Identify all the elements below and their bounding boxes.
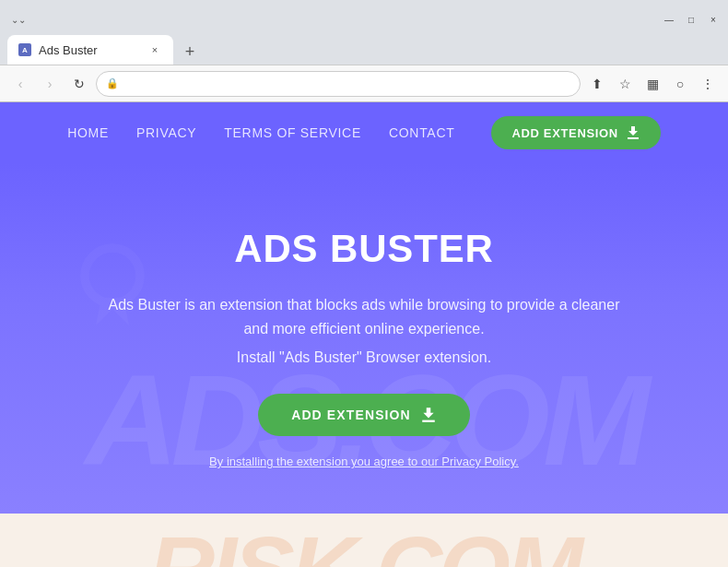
address-bar[interactable]: 🔒 (96, 71, 581, 97)
tab-favicon: A (18, 43, 31, 56)
expand-btn[interactable]: ⌄⌄ (7, 12, 29, 27)
add-extension-nav-label: ADD EXTENSION (511, 126, 617, 140)
privacy-policy-link[interactable]: By installing the extension you agree to… (209, 455, 519, 468)
nav-contact[interactable]: CONTACT (389, 125, 455, 140)
download-icon (626, 125, 640, 140)
svg-rect-2 (422, 420, 435, 422)
new-tab-button[interactable]: + (177, 39, 203, 65)
minimize-button[interactable]: — (662, 12, 676, 27)
tabs-row: A Ads Buster × + (0, 33, 728, 65)
active-tab[interactable]: A Ads Buster × (7, 35, 173, 65)
maximize-button[interactable]: □ (684, 12, 699, 27)
hero-install-text: Install "Ads Buster" Browser extension. (237, 349, 491, 366)
hero-description: Ads Buster is an extension that blocks a… (97, 293, 631, 340)
forward-button[interactable]: › (37, 71, 63, 97)
title-bar: ⌄⌄ — □ × (0, 0, 728, 33)
svg-rect-0 (628, 137, 639, 139)
tab-close-button[interactable]: × (147, 42, 162, 57)
hero-title: ADS BUSTER (234, 227, 493, 271)
back-button[interactable]: ‹ (7, 71, 33, 97)
hero-section: ADS BUSTER Ads Buster is an extension th… (0, 163, 728, 514)
download-hero-icon (420, 407, 437, 423)
window-controls: — □ × (662, 12, 721, 27)
bookmark-button[interactable]: ☆ (612, 71, 638, 97)
menu-button[interactable]: ⋮ (695, 71, 721, 97)
nav-terms[interactable]: TERMS OF SERVICE (224, 125, 361, 140)
nav-actions: ⬆ ☆ ▦ ○ ⋮ (584, 71, 721, 97)
tab-title: Ads Buster (39, 43, 98, 57)
add-extension-nav-button[interactable]: ADD EXTENSION (491, 116, 660, 149)
below-watermark-text: RISK.COM (148, 516, 580, 568)
share-button[interactable]: ⬆ (584, 71, 610, 97)
refresh-button[interactable]: ↻ (66, 71, 92, 97)
add-extension-hero-label: ADD EXTENSION (291, 408, 411, 422)
webpage: HOME PRIVACY TERMS OF SERVICE CONTACT AD… (0, 102, 728, 567)
nav-privacy[interactable]: PRIVACY (136, 125, 196, 140)
nav-bar: ‹ › ↻ 🔒 ⬆ ☆ ▦ ○ ⋮ (0, 65, 728, 101)
profile-button[interactable]: ○ (667, 71, 693, 97)
nav-links: HOME PRIVACY TERMS OF SERVICE CONTACT (67, 125, 454, 140)
site-header: HOME PRIVACY TERMS OF SERVICE CONTACT AD… (0, 102, 728, 163)
sidebar-button[interactable]: ▦ (640, 71, 665, 97)
close-window-button[interactable]: × (706, 12, 721, 27)
below-hero-section: RISK.COM (0, 514, 728, 567)
nav-home[interactable]: HOME (67, 125, 109, 140)
lock-icon: 🔒 (106, 77, 119, 89)
add-extension-hero-button[interactable]: ADD EXTENSION (258, 394, 470, 436)
browser-chrome: ⌄⌄ — □ × A Ads Buster × + ‹ › ↻ 🔒 ⬆ ☆ ▦ … (0, 0, 728, 102)
